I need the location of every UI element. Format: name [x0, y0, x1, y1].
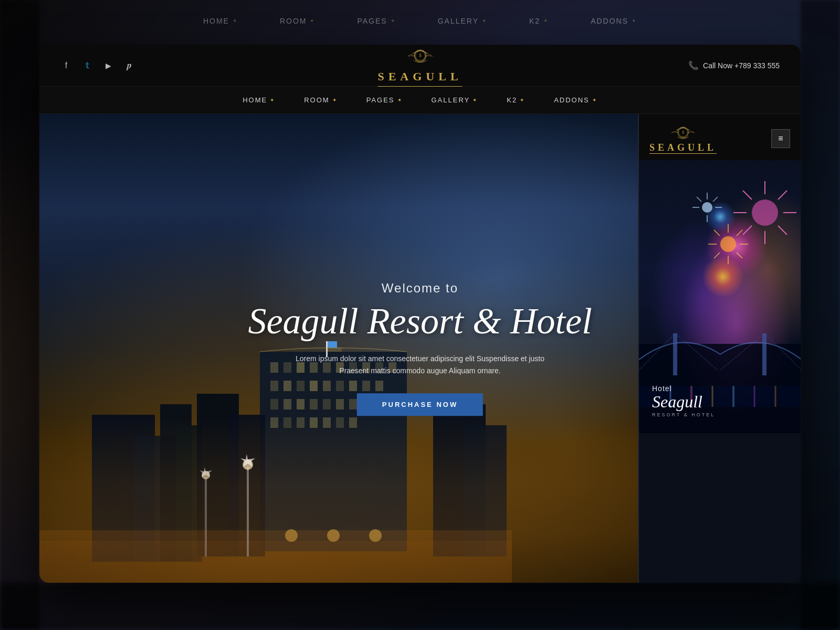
hamburger-button[interactable]: ≡ [771, 129, 790, 148]
svg-line-69 [743, 191, 752, 200]
mobile-logo-emblem: S [670, 123, 696, 142]
svg-point-70 [720, 236, 736, 252]
svg-point-79 [702, 202, 712, 213]
bottom-blur-overlay [0, 583, 840, 630]
nav-item-room[interactable]: ROOM ✦ [304, 96, 337, 104]
mobile-mockup: S SEAGULL ≡ [638, 114, 801, 583]
outer-nav-icon-home: ✦ [233, 18, 238, 24]
mobile-hotel-name: Seagull [652, 393, 715, 411]
outer-nav-item-k2: K2 ✦ [529, 17, 549, 25]
phone-icon: 📞 [688, 60, 699, 70]
site-nav: HOME ✦ ROOM ✦ PAGES ✦ GALLERY ✦ K2 ✦ ADD… [39, 87, 801, 114]
svg-line-65 [778, 226, 787, 235]
nav-icon-pages: ✦ [397, 97, 403, 103]
svg-point-61 [752, 200, 778, 226]
mobile-logo-area: S SEAGULL [649, 123, 717, 154]
social-icons: f 𝕥 ▶ 𝒑 [60, 60, 135, 71]
outer-nav-item-gallery: GALLERY ✦ [438, 17, 487, 25]
outer-nav-icon-room: ✦ [310, 18, 315, 24]
nav-item-gallery[interactable]: GALLERY ✦ [432, 96, 478, 104]
svg-text:S: S [682, 130, 685, 135]
hero-content: Welcome to Seagull Resort & Hotel Lorem … [173, 281, 668, 416]
nav-icon-home: ✦ [270, 97, 275, 103]
outer-nav-item-addons: ADDONS ✦ [591, 17, 637, 25]
hero-description: Lorem ipsum dolor sit amet consectetuer … [289, 353, 551, 378]
pinterest-icon[interactable]: 𝒑 [123, 60, 135, 71]
browser-mockup: f 𝕥 ▶ 𝒑 S [39, 45, 801, 583]
site-header: f 𝕥 ▶ 𝒑 S [39, 45, 801, 87]
outer-nav-icon-k2: ✦ [543, 18, 549, 24]
outer-nav-label: K2 [529, 17, 540, 25]
svg-line-76 [714, 253, 720, 258]
mobile-hero-image: Hotel Seagull RESORT & HOTEL [639, 160, 801, 433]
right-blur-overlay [801, 0, 840, 630]
hero-title: Seagull Resort & Hotel [173, 301, 668, 341]
mobile-header: S SEAGULL ≡ [639, 114, 801, 160]
mobile-hotel-subtitle: RESORT & HOTEL [652, 412, 715, 417]
outer-nav: HOME ✦ ROOM ✦ PAGES ✦ GALLERY ✦ K2 ✦ ADD… [0, 6, 840, 35]
logo-text: SEAGULL [377, 70, 462, 83]
outer-nav-item-pages: PAGES ✦ [357, 17, 395, 25]
svg-text:S: S [419, 53, 422, 58]
nav-icon-gallery: ✦ [472, 97, 478, 103]
nav-item-k2[interactable]: K2 ✦ [507, 96, 525, 104]
welcome-text: Welcome to [173, 281, 668, 296]
nav-icon-k2: ✦ [520, 97, 525, 103]
logo-emblem: S [406, 45, 434, 68]
outer-nav-label: ROOM [280, 17, 307, 25]
outer-nav-item-home: HOME ✦ [203, 17, 238, 25]
outer-nav-label: ADDONS [591, 17, 628, 25]
nav-icon-addons: ✦ [592, 97, 597, 103]
logo-underline [377, 86, 462, 87]
facebook-icon[interactable]: f [60, 60, 72, 71]
hero-section: Welcome to Seagull Resort & Hotel Lorem … [39, 114, 801, 583]
purchase-now-button[interactable]: PURCHASE NOW [357, 393, 483, 416]
svg-line-78 [714, 230, 720, 236]
svg-rect-87 [673, 333, 677, 375]
svg-line-84 [713, 197, 718, 202]
outer-nav-item-room: ROOM ✦ [280, 17, 316, 25]
outer-nav-icon-addons: ✦ [632, 18, 637, 24]
svg-line-74 [737, 253, 742, 258]
twitter-icon[interactable]: 𝕥 [81, 60, 93, 71]
mobile-hotel-label: Hotel Seagull RESORT & HOTEL [652, 384, 715, 417]
hamburger-icon: ≡ [778, 134, 783, 143]
nav-item-home[interactable]: HOME ✦ [243, 96, 275, 104]
youtube-icon[interactable]: ▶ [102, 60, 114, 71]
nav-icon-room: ✦ [332, 97, 338, 103]
outer-nav-label: GALLERY [438, 17, 479, 25]
logo-area: S SEAGULL [377, 45, 462, 87]
nav-item-addons[interactable]: ADDONS ✦ [554, 96, 597, 104]
outer-nav-label: PAGES [357, 17, 387, 25]
mobile-logo-underline [649, 153, 717, 154]
mobile-hotel-prefix: Hotel [652, 384, 715, 393]
call-now-text: Call Now +789 333 555 [703, 61, 780, 70]
svg-rect-88 [762, 333, 766, 375]
svg-line-67 [743, 226, 752, 235]
svg-line-72 [737, 230, 742, 236]
mobile-logo-text: SEAGULL [649, 142, 717, 153]
svg-line-63 [778, 191, 787, 200]
outer-nav-label: HOME [203, 17, 229, 25]
outer-nav-icon-gallery: ✦ [482, 18, 487, 24]
svg-line-85 [697, 197, 701, 202]
nav-item-pages[interactable]: PAGES ✦ [366, 96, 403, 104]
call-now: 📞 Call Now +789 333 555 [688, 60, 780, 70]
outer-nav-icon-pages: ✦ [391, 18, 396, 24]
left-blur-overlay [0, 0, 39, 630]
